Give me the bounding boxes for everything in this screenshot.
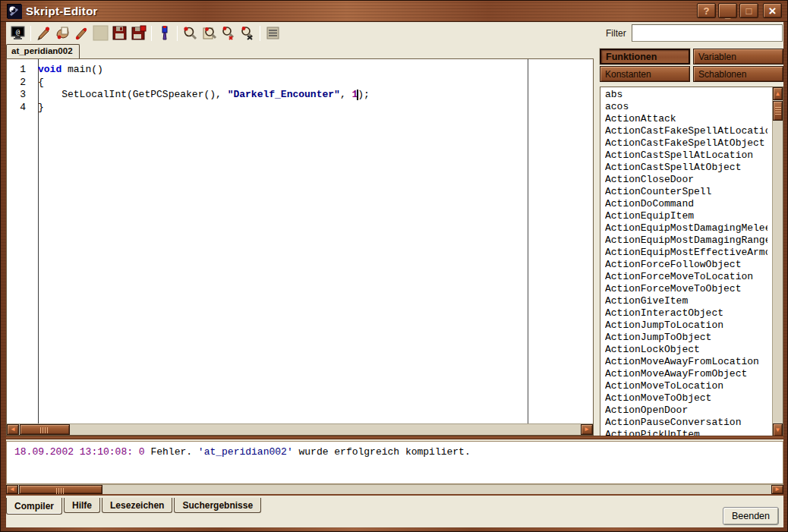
code-line[interactable]: 3 SetLocalInt(GetPCSpeaker(), "Darkelf_E… bbox=[7, 89, 593, 102]
tab-lesezeichen[interactable]: Lesezeichen bbox=[102, 498, 172, 513]
tab-hilfe[interactable]: Hilfe bbox=[64, 498, 100, 513]
function-list-item[interactable]: ActionMoveAwayFromLocation bbox=[605, 356, 768, 368]
title-bar[interactable]: Skript-Editor ?_□× bbox=[1, 1, 787, 22]
filter-input[interactable] bbox=[632, 24, 783, 42]
scroll-right-icon: ► bbox=[774, 486, 780, 493]
code-line[interactable]: 2{ bbox=[7, 77, 593, 90]
help-button[interactable]: ? bbox=[697, 3, 716, 18]
function-list-item[interactable]: ActionMoveToLocation bbox=[605, 380, 768, 392]
function-list-item[interactable]: ActionEquipMostDamagingRanged bbox=[605, 235, 768, 247]
find-stop-button[interactable] bbox=[238, 24, 257, 42]
exit-button[interactable]: Beenden bbox=[723, 507, 779, 525]
function-list-item[interactable]: ActionOpenDoor bbox=[605, 405, 768, 417]
thumb-grip bbox=[40, 427, 49, 433]
function-list-item[interactable]: ActionLockObject bbox=[605, 344, 768, 356]
compile-button[interactable] bbox=[155, 24, 174, 42]
open-script-button[interactable] bbox=[53, 24, 72, 42]
function-list-item[interactable]: ActionMoveAwayFromObject bbox=[605, 368, 768, 380]
function-list-item[interactable]: abs bbox=[605, 89, 768, 101]
function-list-item[interactable]: ActionDoCommand bbox=[605, 198, 768, 210]
function-list-item[interactable]: ActionCastSpellAtLocation bbox=[605, 150, 768, 162]
maximize-button[interactable]: □ bbox=[739, 3, 758, 18]
code-editor[interactable]: 1void main()2{3 SetLocalInt(GetPCSpeaker… bbox=[6, 58, 594, 436]
function-list-item[interactable]: ActionForceMoveToLocation bbox=[605, 271, 768, 283]
properties-button[interactable] bbox=[263, 24, 282, 42]
edit-script-button[interactable] bbox=[72, 24, 91, 42]
category-button-funktionen[interactable]: Funktionen bbox=[600, 49, 690, 65]
floppy-icon bbox=[112, 25, 128, 41]
function-list-item[interactable]: ActionCounterSpell bbox=[605, 186, 768, 198]
scroll-left-button[interactable]: ◄ bbox=[6, 485, 18, 494]
script-editor-window: Skript-Editor ?_□× @ Filter at_peridian0… bbox=[0, 0, 788, 532]
function-list[interactable]: absacosActionAttackActionCastFakeSpellAt… bbox=[600, 87, 783, 437]
function-list-item[interactable]: ActionJumpToObject bbox=[605, 332, 768, 344]
scroll-right-button[interactable]: ► bbox=[771, 485, 783, 494]
function-list-item[interactable]: ActionEquipItem bbox=[605, 210, 768, 222]
code-area[interactable]: 1void main()2{3 SetLocalInt(GetPCSpeaker… bbox=[7, 59, 593, 423]
scroll-left-button[interactable]: ◄ bbox=[7, 424, 19, 435]
open-hand-icon bbox=[55, 25, 71, 41]
magnifier-page-icon bbox=[201, 25, 217, 41]
splitter[interactable] bbox=[6, 436, 783, 439]
function-list-item[interactable]: ActionCastFakeSpellAtLocation bbox=[605, 125, 768, 137]
floppy-plus-icon bbox=[131, 25, 147, 41]
save-button[interactable] bbox=[110, 24, 129, 42]
filter-group: Filter bbox=[601, 24, 783, 42]
app-icon bbox=[7, 4, 21, 18]
function-list-item[interactable]: ActionForceFollowObject bbox=[605, 259, 768, 271]
function-list-item[interactable]: acos bbox=[605, 101, 768, 113]
replace-button[interactable] bbox=[219, 24, 238, 42]
category-button-schablonen[interactable]: Schablonen bbox=[693, 66, 783, 82]
code-segment: void bbox=[38, 64, 61, 75]
save-as-button[interactable] bbox=[129, 24, 148, 42]
scroll-right-button[interactable]: ► bbox=[581, 424, 593, 435]
function-list-item[interactable]: ActionCastFakeSpellAtObject bbox=[605, 137, 768, 150]
function-list-item[interactable]: ActionCastSpellAtObject bbox=[605, 162, 768, 174]
scroll-up-button[interactable]: ▲ bbox=[773, 87, 783, 100]
scroll-left-icon: ◄ bbox=[10, 427, 16, 433]
scrollbar-thumb[interactable] bbox=[20, 424, 70, 435]
find-button[interactable] bbox=[181, 24, 200, 42]
message-segment: 18.09.2002 13:10:08: 0 bbox=[14, 446, 150, 458]
function-list-item[interactable]: ActionPauseConversation bbox=[605, 417, 768, 429]
message-segment: wurde erfolgreich kompiliert. bbox=[293, 446, 471, 458]
tab-compiler[interactable]: Compiler bbox=[6, 498, 62, 515]
code-line[interactable]: 1void main() bbox=[7, 64, 593, 77]
output-horizontal-scrollbar[interactable]: ◄ ► bbox=[6, 484, 783, 496]
function-list-item[interactable]: ActionJumpToLocation bbox=[605, 320, 768, 332]
message-segment: 'at_peridian002' bbox=[198, 446, 293, 458]
category-button-konstanten[interactable]: Konstanten bbox=[600, 66, 690, 82]
category-button-variablen[interactable]: Variablen bbox=[693, 49, 783, 65]
scrollbar-thumb[interactable] bbox=[19, 485, 102, 494]
tab-suchergebnisse[interactable]: Suchergebnisse bbox=[174, 498, 261, 513]
code-text: SetLocalInt(GetPCSpeaker(), "Darkelf_Enc… bbox=[32, 89, 370, 102]
help-icon: ? bbox=[704, 6, 710, 16]
editor-horizontal-scrollbar[interactable]: ◄ ► bbox=[7, 423, 593, 435]
function-list-item[interactable]: ActionAttack bbox=[605, 113, 768, 125]
thumb-grip bbox=[775, 107, 781, 115]
close-button[interactable]: × bbox=[763, 3, 782, 18]
scroll-down-button[interactable]: ▼ bbox=[773, 423, 783, 436]
code-line[interactable]: 4} bbox=[7, 102, 593, 115]
new-script-button[interactable] bbox=[34, 24, 53, 42]
window-controls: ?_□× bbox=[697, 3, 782, 18]
magnifier-replace-icon bbox=[220, 25, 236, 41]
compiler-output-pane[interactable]: 18.09.2002 13:10:08: 0 Fehler. 'at_perid… bbox=[6, 441, 783, 484]
scrollbar-thumb[interactable] bbox=[773, 101, 783, 121]
code-segment: main() bbox=[61, 64, 103, 75]
function-list-item[interactable]: ActionInteractObject bbox=[605, 307, 768, 320]
function-list-item[interactable]: ActionEquipMostDamagingMelee bbox=[605, 222, 768, 235]
function-list-item[interactable]: ActionEquipMostEffectiveArmor bbox=[605, 247, 768, 259]
document-tab-label: at_peridian002 bbox=[11, 46, 73, 55]
find-in-file-button[interactable] bbox=[200, 24, 219, 42]
function-list-item[interactable]: ActionGiveItem bbox=[605, 295, 768, 307]
console-button[interactable]: @ bbox=[8, 24, 27, 42]
function-list-item[interactable]: ActionCloseDoor bbox=[605, 174, 768, 186]
code-segment: , bbox=[340, 89, 352, 100]
minimize-button[interactable]: _ bbox=[718, 3, 737, 18]
minimize-icon: _ bbox=[725, 9, 730, 19]
document-tab[interactable]: at_peridian002 bbox=[6, 44, 80, 58]
function-list-scrollbar[interactable]: ▲ ▼ bbox=[772, 87, 783, 436]
function-list-item[interactable]: ActionMoveToObject bbox=[605, 392, 768, 405]
function-list-item[interactable]: ActionForceMoveToObject bbox=[605, 283, 768, 295]
